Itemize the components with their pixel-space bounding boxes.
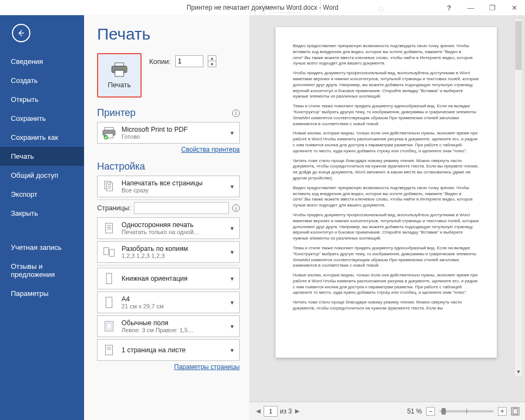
preview-paragraph: Чтобы придать документу профессиональный… <box>293 212 479 242</box>
zoom-in-button[interactable]: + <box>498 407 507 416</box>
nav-item-7[interactable]: Экспорт <box>0 185 84 204</box>
svg-rect-17 <box>106 223 113 233</box>
setting-main: Разобрать по копиям <box>121 245 224 253</box>
titlebar: Принтер не печатает документы Word.docx … <box>0 0 525 15</box>
setting-main: Книжная ориентация <box>121 275 224 282</box>
printer-icon <box>111 62 128 77</box>
nav-item-6[interactable]: Общий доступ <box>0 166 84 185</box>
setting-dropdown-2[interactable]: Разобрать по копиям1,2,3 1,2,3 1,2,3▼ <box>97 241 240 263</box>
svg-point-2 <box>379 7 383 11</box>
preview-paragraph: Новые кнопки, которые видны, только если… <box>293 131 479 154</box>
preview-paragraph: Новые кнопки, которые видны, только если… <box>293 273 479 296</box>
nav-item-5[interactable]: Печать <box>0 147 84 166</box>
page-number-input[interactable] <box>264 406 278 417</box>
setting-icon <box>101 343 117 357</box>
copies-input[interactable] <box>175 55 203 67</box>
preview-paragraph: Читать тоже стало проще благодаря новому… <box>293 300 479 312</box>
zoom-out-button[interactable]: − <box>426 407 435 416</box>
back-button[interactable] <box>12 24 30 42</box>
page-title: Печать <box>97 25 240 43</box>
minimize-button[interactable]: — <box>460 0 482 15</box>
svg-rect-25 <box>105 321 113 331</box>
pages-input[interactable] <box>134 202 229 214</box>
zoom-percent: 51 % <box>407 408 422 415</box>
svg-rect-6 <box>115 70 124 76</box>
nav-lower-item-1[interactable]: Отзывы и предложения <box>0 257 84 284</box>
prev-page-button[interactable]: ◀ <box>255 408 261 415</box>
nav-item-8[interactable]: Закрыть <box>0 204 84 223</box>
setting-dropdown-0[interactable]: Напечатать все страницыВсе сразу▼ <box>97 176 240 197</box>
setting-main: 1 страница на листе <box>121 346 224 354</box>
page-total: из 3 <box>280 408 292 415</box>
setting-main: Обычные поля <box>121 319 224 327</box>
chevron-down-icon: ▼ <box>228 130 236 136</box>
setting-icon <box>101 319 117 333</box>
pages-info-icon[interactable]: i <box>232 204 240 212</box>
chevron-down-icon: ▼ <box>228 225 236 231</box>
next-page-button[interactable]: ▶ <box>294 408 300 415</box>
setting-dropdown-1[interactable]: Односторонняя печатьПечатать только на о… <box>97 217 240 239</box>
printer-properties-link[interactable]: Свойства принтера <box>181 146 240 153</box>
preview-paragraph: Читать тоже стало проще благодаря новому… <box>293 158 479 182</box>
chevron-down-icon: ▼ <box>228 249 236 255</box>
zoom-fit-button[interactable] <box>511 407 520 416</box>
setting-dropdown-5[interactable]: Обычные поляЛевое: 3 см Правое: 1,5…▼ <box>97 315 240 337</box>
setting-icon <box>101 272 117 286</box>
preview-paragraph: Чтобы придать документу профессиональный… <box>293 70 479 100</box>
copies-label: Копии: <box>149 57 171 66</box>
setting-sub: 21 см x 29,7 см <box>121 303 224 309</box>
nav-lower-item-2[interactable]: Параметры <box>0 284 84 303</box>
printer-info-icon[interactable]: i <box>232 109 240 117</box>
setting-icon <box>101 245 117 259</box>
help-button[interactable]: ? <box>438 0 460 15</box>
preview-paragraph: Видео предоставляет прекрасную возможнос… <box>293 43 479 67</box>
setting-dropdown-6[interactable]: 1 страница на листе▼ <box>97 339 240 361</box>
chevron-down-icon: ▼ <box>228 347 236 353</box>
svg-rect-21 <box>104 248 108 255</box>
copies-spinner[interactable]: ▲ ▼ <box>208 55 216 67</box>
nav-item-4[interactable]: Сохранить как <box>0 128 84 147</box>
printer-name: Microsoft Print to PDF <box>121 126 224 133</box>
window-controls: ? — ❐ ✕ <box>438 0 525 15</box>
close-button[interactable]: ✕ <box>503 0 525 15</box>
svg-rect-22 <box>110 249 114 256</box>
page-setup-link[interactable]: Параметры страницы <box>174 363 240 371</box>
nav-item-1[interactable]: Создать <box>0 71 84 90</box>
nav-item-3[interactable]: Сохранить <box>0 109 84 128</box>
chevron-down-icon: ▼ <box>228 300 236 306</box>
setting-icon <box>101 221 117 235</box>
setting-main: Односторонняя печать <box>121 221 224 229</box>
print-button[interactable]: Печать <box>97 53 142 98</box>
nav-item-2[interactable]: Открыть <box>0 90 84 109</box>
setting-sub: Печатать только на одной… <box>121 229 224 235</box>
preview-scrollbar[interactable]: ▲ ▼ <box>514 18 523 377</box>
pages-label: Страницы: <box>97 204 131 212</box>
setting-dropdown-3[interactable]: Книжная ориентация▼ <box>97 268 240 289</box>
restore-button[interactable]: ❐ <box>482 0 503 15</box>
setting-sub: 1,2,3 1,2,3 1,2,3 <box>121 253 224 259</box>
nav-lower-item-0[interactable]: Учетная запись <box>0 238 84 257</box>
printer-select[interactable]: Microsoft Print to PDF Готово ▼ <box>97 122 240 144</box>
preview-paragraph: Видео предоставляет прекрасную возможнос… <box>293 185 479 209</box>
print-button-label: Печать <box>108 81 131 89</box>
spinner-down-icon[interactable]: ▼ <box>208 61 216 67</box>
backstage-sidebar: СведенияСоздатьОткрытьСохранитьСохранить… <box>0 15 84 420</box>
print-settings-pane: Печать Печать Копии: ▲ ▼ <box>84 15 249 420</box>
scroll-down-icon[interactable]: ▼ <box>515 367 522 376</box>
window-title: Принтер не печатает документы Word.docx … <box>187 4 338 11</box>
zoom-slider[interactable] <box>439 410 494 412</box>
svg-rect-31 <box>513 409 517 414</box>
setting-main: Напечатать все страницы <box>121 179 224 187</box>
chevron-down-icon: ▼ <box>228 324 236 329</box>
printer-ready-icon <box>101 126 117 140</box>
nav-item-0[interactable]: Сведения <box>0 52 84 71</box>
svg-rect-13 <box>106 183 112 191</box>
setting-dropdown-4[interactable]: A421 см x 29,7 см▼ <box>97 292 240 313</box>
scroll-thumb[interactable] <box>515 21 522 70</box>
svg-rect-27 <box>106 345 113 355</box>
spinner-up-icon[interactable]: ▲ <box>208 56 216 61</box>
print-preview-pane: Видео предоставляет прекрасную возможнос… <box>249 15 525 420</box>
chevron-down-icon: ▼ <box>228 276 236 282</box>
svg-point-11 <box>104 135 108 139</box>
svg-point-7 <box>124 67 126 69</box>
